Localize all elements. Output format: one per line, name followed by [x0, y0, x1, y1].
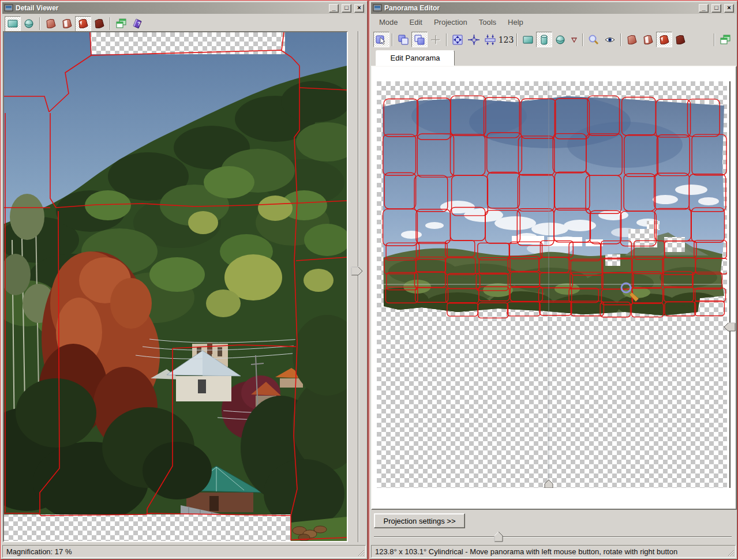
projection-flat-button[interactable]	[5, 16, 21, 32]
maximize-button[interactable]: □	[342, 4, 351, 13]
maximize-button[interactable]: □	[711, 4, 721, 13]
image-flag-outline-icon	[61, 18, 73, 29]
detail-photo-viewport	[3, 31, 348, 542]
panorama-editor-titlebar[interactable]: Panorama Editor _ □ ×	[371, 2, 736, 14]
zoom-tool-button[interactable]	[586, 32, 602, 47]
panorama-editor-window: Panorama Editor _ □ × Mode Edit Projecti…	[369, 0, 738, 560]
show-all-images-button[interactable]	[43, 16, 59, 32]
menu-tools[interactable]: Tools	[473, 16, 502, 28]
minimize-button[interactable]: _	[329, 4, 339, 13]
help-button[interactable]: ?	[129, 16, 145, 32]
editor-vertical-slider-track[interactable]	[729, 81, 730, 488]
panorama-preview-panel	[371, 66, 737, 510]
show-no-images-button[interactable]	[640, 32, 656, 47]
center-panorama-button[interactable]	[466, 32, 482, 47]
show-other-images-button[interactable]	[672, 32, 688, 47]
menu-mode[interactable]: Mode	[373, 16, 404, 28]
image-flag-selected-icon	[658, 34, 670, 46]
toolbar-separator	[110, 17, 111, 30]
fit-width-icon	[484, 34, 496, 46]
preview-visibility-button[interactable]	[602, 32, 618, 47]
new-window-button[interactable]	[717, 32, 733, 47]
editor-horizontal-slider-track[interactable]	[374, 536, 732, 538]
detail-viewer-titlebar[interactable]: Detail Viewer _ □ ×	[2, 2, 366, 14]
cylindrical-projection-button[interactable]	[536, 32, 552, 47]
show-no-images-button[interactable]	[59, 16, 75, 32]
overlap-back-icon	[397, 34, 410, 46]
editor-vertical-slider[interactable]	[725, 81, 735, 488]
detail-statusbar: Magnification: 17 %	[2, 545, 366, 558]
window-title: Panorama Editor	[384, 4, 440, 12]
editor-statusbar: 123.8° x 103.1° Cylindrical - Move panor…	[371, 545, 736, 558]
editor-horizontal-slider[interactable]	[374, 530, 732, 543]
tab-row: Edit Panorama	[371, 50, 736, 66]
projection-settings-label: Projection settings >>	[383, 517, 455, 525]
editor-vertical-slider-thumb[interactable]	[723, 322, 736, 332]
transparent-area-bottom	[4, 514, 291, 541]
magnification-status: Magnification: 17 %	[6, 547, 72, 556]
toolbar-separator	[582, 33, 583, 46]
panorama-canvas[interactable]	[377, 81, 727, 488]
toolbar-separator	[392, 33, 393, 46]
detail-photo-canvas[interactable]	[4, 32, 347, 541]
fit-panorama-button[interactable]	[449, 32, 466, 47]
svg-text:?: ?	[137, 21, 141, 27]
menubar: Mode Edit Projection Tools Help	[371, 15, 736, 29]
projection-sphere-button[interactable]	[21, 16, 37, 32]
image-flag-dark-icon	[93, 18, 106, 29]
image-flag-selected-icon	[77, 18, 89, 29]
rectilinear-projection-icon	[522, 34, 534, 46]
close-button[interactable]: ×	[724, 4, 734, 13]
windows-icon	[719, 34, 732, 46]
resize-grip[interactable]	[727, 549, 735, 557]
overlap-front-icon	[413, 34, 426, 46]
show-selected-image-button[interactable]	[656, 32, 672, 47]
app-icon	[4, 3, 13, 13]
projection-settings-button[interactable]: Projection settings >>	[374, 513, 465, 528]
app-icon	[373, 3, 382, 13]
tab-label: Edit Panorama	[391, 54, 440, 62]
help-book-icon: ?	[131, 18, 144, 29]
window-title: Detail Viewer	[16, 4, 58, 12]
menu-edit[interactable]: Edit	[404, 16, 428, 28]
eye-icon	[604, 34, 616, 46]
fit-width-button[interactable]	[482, 32, 498, 47]
send-backward-button[interactable]	[395, 32, 411, 47]
dropdown-triangle-icon	[570, 36, 578, 44]
spherical-projection-icon	[554, 34, 567, 46]
toolbar-separator	[516, 33, 518, 46]
minimize-button[interactable]: _	[699, 4, 709, 13]
image-flag-icon	[625, 34, 638, 46]
editor-horizontal-slider-thumb[interactable]	[494, 531, 503, 542]
equirectangular-projection-button[interactable]	[552, 32, 568, 47]
rectilinear-projection-button[interactable]	[520, 32, 536, 47]
projection-dropdown-button[interactable]	[568, 32, 580, 47]
desktop: { "colors": { "window_face": "#d6d3ce", …	[0, 0, 738, 560]
cylindrical-projection-icon	[538, 34, 550, 46]
select-mode-button[interactable]	[373, 32, 389, 47]
crosshair-icon	[429, 34, 442, 46]
select-arrow-icon	[375, 34, 388, 46]
bring-forward-button[interactable]	[411, 32, 428, 47]
new-window-button[interactable]	[113, 16, 129, 32]
show-other-images-button[interactable]	[91, 16, 107, 32]
resize-grip[interactable]	[357, 549, 365, 557]
detail-vertical-slider-track[interactable]	[358, 31, 359, 542]
detail-vertical-slider[interactable]	[349, 31, 366, 542]
show-all-images-button[interactable]	[624, 32, 640, 47]
magnifier-icon	[587, 34, 600, 46]
windows-icon	[115, 18, 128, 29]
tab-edit-panorama[interactable]: Edit Panorama	[376, 50, 455, 66]
image-flag-outline-icon	[642, 34, 654, 46]
detail-viewer-window: Detail Viewer _ □ ×	[0, 0, 368, 560]
numeric-transform-button[interactable]: 123	[498, 32, 514, 47]
crosshair-tool-button[interactable]	[428, 32, 444, 47]
center-arrows-icon	[467, 34, 480, 46]
menu-help[interactable]: Help	[502, 16, 529, 28]
toolbar-separator	[39, 17, 40, 30]
expand-arrows-icon	[451, 34, 464, 46]
close-button[interactable]: ×	[354, 4, 364, 13]
detail-vertical-slider-thumb[interactable]	[351, 266, 364, 276]
menu-projection[interactable]: Projection	[428, 16, 473, 28]
show-selected-image-button[interactable]	[75, 16, 91, 32]
